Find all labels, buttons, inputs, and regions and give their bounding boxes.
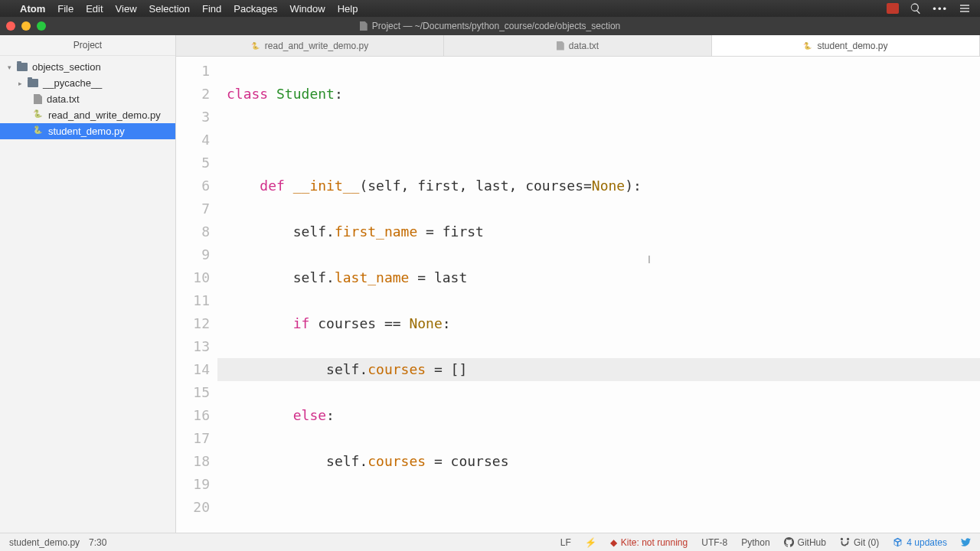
- git-branch-icon: [840, 537, 850, 547]
- python-file-icon: [34, 110, 44, 120]
- status-language[interactable]: Python: [741, 537, 769, 548]
- menu-file[interactable]: File: [57, 3, 74, 15]
- folder-icon: [17, 63, 28, 71]
- tab-label: data.txt: [569, 41, 599, 51]
- file-icon: [34, 94, 42, 104]
- tree-root[interactable]: ▾ objects_section: [0, 59, 175, 75]
- status-github[interactable]: GitHub: [784, 537, 826, 548]
- app-name[interactable]: Atom: [20, 3, 45, 15]
- menu-list-icon[interactable]: [959, 2, 971, 15]
- tab-read-write[interactable]: read_and_write_demo.py: [176, 35, 444, 56]
- tree-file-label: student_demo.py: [48, 126, 125, 137]
- tab-label: student_demo.py: [817, 41, 887, 51]
- python-file-icon: [803, 41, 812, 51]
- tree-file-label: read_and_write_demo.py: [48, 109, 161, 121]
- tab-label: read_and_write_demo.py: [265, 41, 368, 51]
- tree-file-label: data.txt: [47, 93, 80, 105]
- tab-student[interactable]: student_demo.py: [712, 35, 980, 56]
- menu-packages[interactable]: Packages: [234, 3, 277, 15]
- window-title: Project — ~/Documents/python_course/code…: [372, 21, 621, 31]
- status-updates[interactable]: 4 updates: [893, 537, 947, 548]
- window-titlebar: Project — ~/Documents/python_course/code…: [0, 17, 980, 35]
- status-filename[interactable]: student_demo.py: [9, 537, 80, 548]
- menu-help[interactable]: Help: [338, 3, 358, 15]
- status-git[interactable]: Git (0): [840, 537, 879, 548]
- line-gutter: 12345 678910 1112131415 1617181920: [176, 57, 217, 533]
- code-content[interactable]: class Student: def __init__(self, first,…: [217, 57, 980, 533]
- status-bar: student_demo.py 7:30 LF ⚡ ◆ Kite: not ru…: [0, 533, 980, 551]
- tree-file-rw[interactable]: read_and_write_demo.py: [0, 107, 175, 123]
- python-file-icon: [251, 41, 260, 51]
- recording-indicator-icon[interactable]: [887, 3, 899, 14]
- package-icon: [893, 537, 903, 547]
- tree-root-label: objects_section: [32, 61, 101, 73]
- search-icon[interactable]: [910, 2, 922, 15]
- text-cursor-icon: I: [648, 248, 651, 271]
- tab-data[interactable]: data.txt: [444, 35, 712, 56]
- folder-icon: [28, 79, 38, 87]
- status-kite[interactable]: ◆ Kite: not running: [610, 537, 688, 548]
- tree-folder-label: __pycache__: [43, 77, 102, 89]
- menu-edit[interactable]: Edit: [86, 3, 103, 15]
- status-line-ending[interactable]: LF: [560, 537, 571, 548]
- menu-selection[interactable]: Selection: [149, 3, 190, 15]
- document-icon: [360, 21, 368, 31]
- github-icon: [784, 537, 794, 547]
- macos-menubar: Atom File Edit View Selection Find Packa…: [0, 0, 980, 17]
- tree-folder-pycache[interactable]: ▸ __pycache__: [0, 75, 175, 91]
- file-tree: ▾ objects_section ▸ __pycache__ data.txt…: [0, 56, 175, 139]
- sidebar-header: Project: [0, 35, 175, 56]
- menu-find[interactable]: Find: [202, 3, 221, 15]
- menu-view[interactable]: View: [116, 3, 137, 15]
- tree-file-student[interactable]: student_demo.py: [0, 123, 175, 139]
- tree-file-data[interactable]: data.txt: [0, 91, 175, 107]
- text-file-icon: [557, 41, 564, 51]
- python-file-icon: [34, 126, 44, 136]
- chevron-right-icon[interactable]: ▸: [18, 80, 24, 87]
- more-icon[interactable]: •••: [933, 3, 948, 15]
- editor-tabs: read_and_write_demo.py data.txt student_…: [176, 35, 980, 57]
- flame-icon[interactable]: ⚡: [585, 537, 596, 548]
- code-editor[interactable]: 12345 678910 1112131415 1617181920 class…: [176, 57, 980, 533]
- twitter-icon[interactable]: [961, 537, 971, 547]
- project-sidebar: Project ▾ objects_section ▸ __pycache__ …: [0, 35, 176, 533]
- editor-area: read_and_write_demo.py data.txt student_…: [176, 35, 980, 533]
- status-cursor-pos[interactable]: 7:30: [89, 537, 106, 548]
- menu-window[interactable]: Window: [289, 3, 325, 15]
- status-encoding[interactable]: UTF-8: [701, 537, 727, 548]
- chevron-down-icon[interactable]: ▾: [8, 64, 14, 71]
